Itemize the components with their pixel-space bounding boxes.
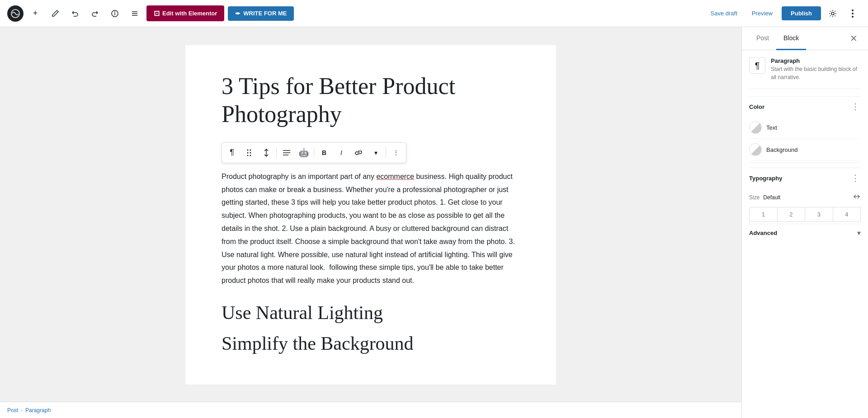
typography-reset-button[interactable]: [853, 193, 861, 201]
preview-button[interactable]: Preview: [746, 6, 778, 20]
background-color-swatch[interactable]: [749, 143, 762, 156]
size-label: Size: [749, 194, 760, 201]
color-section-header: Color ⋮: [749, 96, 861, 117]
typography-section-title: Typography: [749, 175, 782, 182]
svg-point-13: [247, 152, 249, 153]
link-button[interactable]: [350, 145, 367, 161]
advanced-section: Advanced ▾: [749, 224, 861, 237]
drag-handle-button[interactable]: [241, 145, 257, 161]
svg-point-3: [115, 12, 115, 12]
paragraph-content[interactable]: Product photography is an important part…: [222, 170, 520, 287]
typography-section-header: Typography ⋮: [749, 168, 861, 188]
right-sidebar: Post Block ✕ ¶ Paragraph Start with the …: [741, 27, 868, 418]
size-btn-2[interactable]: 2: [778, 207, 806, 221]
settings-button[interactable]: [825, 5, 841, 22]
svg-point-11: [247, 149, 249, 150]
svg-point-14: [250, 152, 251, 153]
size-btn-1[interactable]: 1: [750, 207, 778, 221]
text-color-item[interactable]: Text: [749, 117, 861, 139]
block-name: Paragraph: [771, 57, 861, 64]
breadcrumb-separator: ›: [21, 407, 23, 413]
list-view-button[interactable]: [127, 5, 143, 22]
move-arrows-button[interactable]: [258, 145, 274, 161]
svg-point-7: [831, 12, 834, 15]
edit-elementor-button[interactable]: ⊡ Edit with Elementor: [146, 5, 224, 21]
size-default-value: Default: [763, 194, 780, 201]
block-toolbar: ¶: [222, 142, 406, 163]
advanced-section-title: Advanced: [749, 230, 777, 236]
typography-section: Typography ⋮ Size Default: [749, 163, 861, 222]
info-button[interactable]: [107, 5, 123, 22]
section-heading[interactable]: Use Natural Lighting: [222, 302, 520, 324]
undo-button[interactable]: [67, 5, 83, 22]
size-btn-3[interactable]: 3: [805, 207, 833, 221]
sidebar-content: ¶ Paragraph Start with the basic buildin…: [742, 50, 868, 418]
background-color-item[interactable]: Background: [749, 139, 861, 161]
dropdown-button[interactable]: ▾: [368, 145, 384, 161]
color-section-title: Color: [749, 103, 764, 110]
text-color-label: Text: [766, 124, 777, 131]
svg-point-8: [852, 9, 854, 11]
ecommerce-word: ecommerce: [376, 173, 414, 180]
block-type-icon: ¶: [749, 57, 765, 74]
editor-canvas: 3 Tips for Better Product Photography ¶: [185, 45, 556, 385]
write-for-me-button[interactable]: ✒ WRITE FOR ME: [228, 6, 294, 21]
block-tab[interactable]: Block: [776, 27, 806, 50]
svg-point-16: [250, 155, 251, 156]
align-button[interactable]: [278, 145, 295, 161]
breadcrumb-paragraph[interactable]: Paragraph: [25, 407, 51, 413]
advanced-section-header[interactable]: Advanced ▾: [749, 229, 861, 237]
ai-button[interactable]: 🤖: [296, 145, 312, 161]
top-toolbar: + ⊡ Edit with Elementor: [0, 0, 868, 27]
size-buttons-group: 1 2 3 4: [749, 207, 861, 222]
save-draft-button[interactable]: Save draft: [705, 6, 743, 20]
partial-heading[interactable]: Simplify the Background: [222, 333, 520, 357]
background-color-label: Background: [766, 146, 797, 153]
block-description: Start with the basic building block of a…: [771, 65, 861, 81]
italic-button[interactable]: I: [333, 145, 349, 161]
svg-point-15: [247, 155, 249, 156]
block-info: ¶ Paragraph Start with the basic buildin…: [749, 57, 861, 89]
text-color-swatch[interactable]: [749, 121, 762, 134]
post-tab[interactable]: Post: [749, 27, 776, 50]
svg-point-12: [250, 149, 251, 150]
svg-point-9: [852, 13, 854, 14]
wp-logo: [7, 5, 24, 22]
redo-button[interactable]: [87, 5, 103, 22]
sidebar-tabs: Post Block ✕: [742, 27, 868, 50]
typography-section-menu-button[interactable]: ⋮: [850, 173, 861, 183]
bold-button[interactable]: B: [316, 145, 332, 161]
editor-area: 3 Tips for Better Product Photography ¶: [0, 27, 741, 418]
publish-button[interactable]: Publish: [782, 6, 821, 20]
sidebar-close-button[interactable]: ✕: [846, 31, 861, 46]
more-toolbar-button[interactable]: ⋮: [388, 145, 404, 161]
paragraph-type-button[interactable]: ¶: [224, 145, 240, 161]
svg-point-10: [852, 16, 854, 18]
color-section-menu-button[interactable]: ⋮: [850, 101, 861, 112]
advanced-chevron-icon: ▾: [857, 229, 861, 237]
main-layout: 3 Tips for Better Product Photography ¶: [0, 27, 868, 418]
post-title[interactable]: 3 Tips for Better Product Photography: [222, 72, 520, 129]
breadcrumb-post[interactable]: Post: [7, 407, 18, 413]
add-block-button[interactable]: +: [27, 5, 43, 22]
edit-button[interactable]: [47, 5, 63, 22]
bottom-breadcrumb: Post › Paragraph: [0, 402, 741, 418]
color-section: Color ⋮ Text Background: [749, 96, 861, 161]
more-options-button[interactable]: [844, 5, 861, 22]
size-btn-4[interactable]: 4: [833, 207, 861, 221]
size-row: Size Default: [749, 193, 861, 202]
